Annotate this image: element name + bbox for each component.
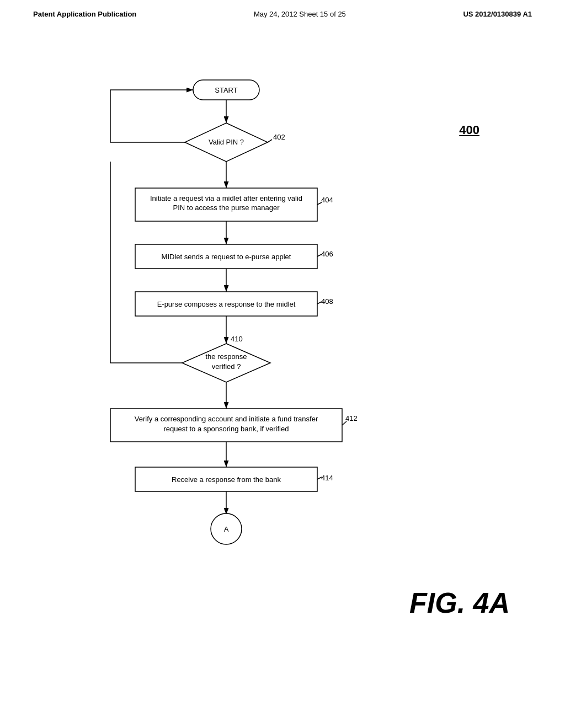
- node-412-line2: request to a sponsoring bank, if verifie…: [164, 425, 289, 433]
- node-410-line2: verified ?: [212, 362, 241, 371]
- header-right: US 2012/0130839 A1: [463, 10, 532, 18]
- node-402-label: Valid PIN ?: [209, 138, 244, 146]
- node-404-ref: 404: [321, 196, 333, 204]
- loop-no-path: [110, 90, 193, 142]
- node-402-tick: [268, 140, 272, 142]
- node-404-line1: Initiate a request via a midlet after en…: [150, 194, 302, 202]
- node-404-line2: PIN to access the purse manager: [173, 204, 280, 212]
- start-label: START: [215, 86, 237, 94]
- node-410-line1: the response: [205, 352, 247, 361]
- page-header: Patent Application Publication May 24, 2…: [0, 0, 565, 24]
- node-402-ref: 402: [273, 133, 285, 141]
- node-412-line1: Verify a corresponding account and initi…: [135, 415, 318, 423]
- node-408-label: E-purse composes a response to the midle…: [157, 300, 296, 308]
- diagram-number: 400: [459, 123, 479, 137]
- header-left: Patent Application Publication: [33, 10, 136, 18]
- flowchart-svg: START Valid PIN ? 402 Initiate a request…: [55, 68, 452, 608]
- node-414-ref: 414: [321, 474, 333, 482]
- node-406-label: MIDlet sends a request to e-purse applet: [162, 253, 291, 261]
- connector-a-label: A: [224, 525, 229, 533]
- fig-label: FIG. 4A: [409, 586, 510, 619]
- node-412-ref: 412: [345, 414, 358, 422]
- header-center: May 24, 2012 Sheet 15 of 25: [254, 10, 346, 18]
- diagram-area: 400 START Valid PIN ? 402 Initiate a req…: [0, 24, 565, 686]
- node-408-ref: 408: [321, 297, 333, 306]
- node-406-ref: 406: [321, 250, 333, 258]
- node-414-label: Receive a response from the bank: [172, 475, 281, 484]
- node-412-tick: [342, 421, 347, 425]
- node-410-ref: 410: [231, 335, 243, 343]
